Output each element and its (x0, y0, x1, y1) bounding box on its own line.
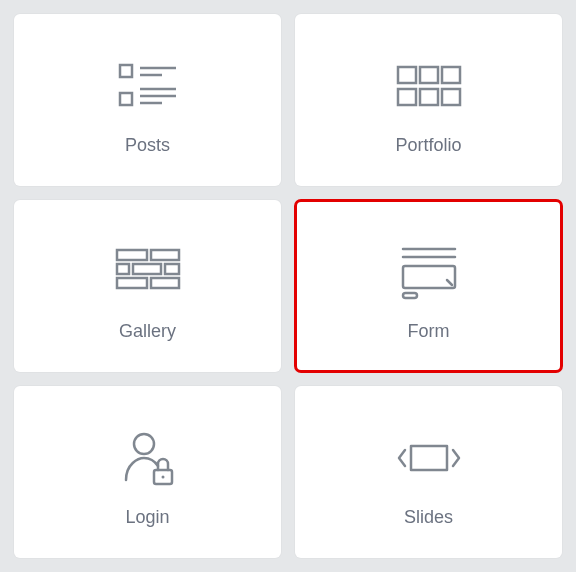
slides-icon (393, 410, 465, 506)
card-label: Slides (404, 507, 453, 528)
card-posts[interactable]: Posts (14, 14, 281, 186)
posts-icon (116, 38, 180, 134)
svg-rect-18 (117, 278, 147, 288)
card-login[interactable]: Login (14, 386, 281, 558)
svg-rect-13 (117, 250, 147, 260)
svg-rect-22 (403, 266, 455, 288)
svg-rect-16 (133, 264, 161, 274)
login-icon (120, 410, 176, 506)
svg-line-23 (447, 280, 452, 285)
portfolio-icon (395, 38, 463, 134)
card-slides[interactable]: Slides (295, 386, 562, 558)
card-form[interactable]: Form (295, 200, 562, 372)
svg-rect-3 (120, 93, 132, 105)
card-label: Form (408, 321, 450, 342)
svg-rect-10 (398, 89, 416, 105)
card-label: Portfolio (395, 135, 461, 156)
svg-rect-12 (442, 89, 460, 105)
svg-rect-17 (165, 264, 179, 274)
svg-point-27 (161, 476, 164, 479)
svg-point-25 (134, 434, 154, 454)
content-type-grid: Posts Portfolio (14, 14, 562, 558)
card-portfolio[interactable]: Portfolio (295, 14, 562, 186)
svg-rect-28 (411, 446, 447, 470)
gallery-icon (114, 224, 182, 320)
svg-rect-15 (117, 264, 129, 274)
card-gallery[interactable]: Gallery (14, 200, 281, 372)
svg-rect-0 (120, 65, 132, 77)
svg-rect-11 (420, 89, 438, 105)
card-label: Gallery (119, 321, 176, 342)
svg-rect-8 (420, 67, 438, 83)
card-label: Login (125, 507, 169, 528)
svg-rect-24 (403, 293, 417, 298)
svg-rect-7 (398, 67, 416, 83)
form-icon (397, 224, 461, 320)
svg-rect-9 (442, 67, 460, 83)
svg-rect-14 (151, 250, 179, 260)
card-label: Posts (125, 135, 170, 156)
svg-rect-19 (151, 278, 179, 288)
